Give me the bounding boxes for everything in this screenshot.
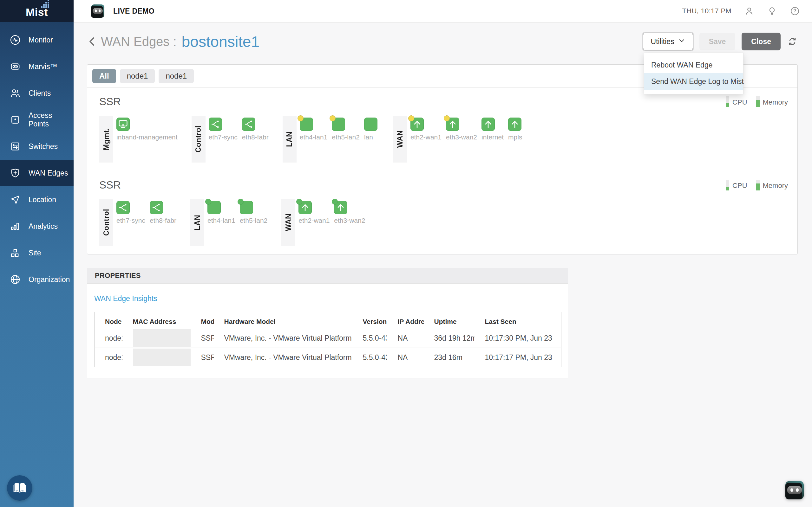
stat-memory: Memory bbox=[756, 96, 788, 107]
port-status-badge bbox=[329, 115, 336, 121]
port-eth2-wan1[interactable]: eth2-wan1 bbox=[410, 118, 442, 141]
tab-all-0[interactable]: All bbox=[92, 69, 116, 83]
marvis-robot-icon[interactable] bbox=[91, 4, 104, 18]
port-eth3-wan2[interactable]: eth3-wan2 bbox=[334, 201, 365, 224]
port-label: eth2-wan1 bbox=[299, 217, 329, 224]
port-arrow-up-icon bbox=[508, 118, 521, 131]
sidebar-item-clients[interactable]: Clients bbox=[0, 80, 73, 107]
column-header-last-seen: Last Seen bbox=[474, 312, 561, 329]
port-eth8-fabr[interactable]: eth8-fabr bbox=[150, 201, 176, 224]
sidebar-item-site[interactable]: Site bbox=[0, 239, 73, 266]
cell-version: 5.5.0-43 bbox=[352, 348, 387, 367]
port-label: internet bbox=[481, 133, 504, 141]
port-eth5-lan2[interactable]: eth5-lan2 bbox=[332, 118, 360, 141]
refresh-icon[interactable] bbox=[787, 36, 798, 47]
close-button[interactable]: Close bbox=[742, 33, 780, 50]
cell-uptime: 36d 19h 12m bbox=[424, 329, 474, 348]
port-label: eth4-lan1 bbox=[207, 217, 235, 224]
menu-item-send-wan-edge-log-to-mist[interactable]: Send WAN Edge Log to Mist bbox=[644, 73, 743, 90]
clients-people-icon bbox=[9, 88, 21, 99]
help-icon[interactable] bbox=[790, 6, 800, 16]
ports-row: Mgmt. inband-management bbox=[99, 116, 788, 163]
sidebar-item-switches[interactable]: Switches bbox=[0, 133, 73, 160]
port-group-strip: LAN bbox=[283, 116, 297, 163]
port-group-mgmt: Mgmt. inband-management bbox=[99, 116, 177, 163]
port-group-label: Control bbox=[102, 209, 111, 236]
cell-hardware-model: VMware, Inc. - VMware Virtual Platform bbox=[214, 329, 352, 348]
port-eth8-fabr[interactable]: eth8-fabr bbox=[242, 118, 269, 141]
content: WAN Edges : bostonsite1 Utilities Save C… bbox=[73, 22, 812, 378]
node-section: SSR CPU Memory Mgmt. bbox=[87, 88, 798, 171]
header-actions: Utilities Save Close bbox=[643, 33, 798, 50]
breadcrumb[interactable]: WAN Edges : bbox=[101, 35, 177, 49]
node-sections: SSR CPU Memory Mgmt. bbox=[87, 88, 798, 254]
sidebar: Mist Monitor Marvis™ Clients Access Poin… bbox=[0, 0, 73, 507]
port-eth5-lan2[interactable]: eth5-lan2 bbox=[240, 201, 268, 224]
tab-node1-2[interactable]: node1 bbox=[159, 69, 194, 83]
documentation-bubble[interactable] bbox=[7, 475, 32, 501]
sidebar-item-label: Access Points bbox=[29, 111, 73, 128]
cell-model: SSR bbox=[191, 348, 214, 367]
port-inband-management[interactable]: inband-management bbox=[116, 118, 177, 141]
table-row: node1 SSR VMware, Inc. - VMware Virtual … bbox=[95, 348, 561, 367]
ports: eth2-wan1 eth3-wan2 bbox=[299, 199, 365, 224]
cell-last-seen: 10:17:30 PM, Jun 23 bbox=[474, 329, 561, 348]
stat-label: Memory bbox=[763, 98, 788, 107]
stat-label: Memory bbox=[763, 181, 788, 190]
port-group-label: LAN bbox=[285, 131, 294, 147]
column-header-node: Node bbox=[95, 312, 122, 329]
port-mpls[interactable]: mpls bbox=[508, 118, 523, 141]
mist-logo[interactable]: Mist bbox=[26, 5, 48, 17]
port-group-strip: LAN bbox=[190, 199, 204, 246]
port-status-badge bbox=[238, 199, 244, 205]
sidebar-item-monitor[interactable]: Monitor bbox=[0, 26, 73, 53]
port-eth4-lan1[interactable]: eth4-lan1 bbox=[300, 118, 328, 141]
port-group-strip: WAN bbox=[281, 199, 295, 246]
redacted-mac bbox=[133, 349, 191, 366]
back-chevron-icon[interactable] bbox=[87, 36, 98, 47]
node-model-title: SSR bbox=[99, 179, 121, 191]
port-label: eth7-sync bbox=[116, 217, 145, 224]
cell-hardware-model: VMware, Inc. - VMware Virtual Platform bbox=[214, 348, 352, 367]
port-branch-icon bbox=[209, 118, 222, 131]
clock-label: THU, 10:17 PM bbox=[682, 7, 731, 15]
sidebar-item-marvis[interactable]: Marvis™ bbox=[0, 53, 73, 80]
sidebar-item-location[interactable]: Location bbox=[0, 186, 73, 213]
port-eth3-wan2[interactable]: eth3-wan2 bbox=[446, 118, 477, 141]
marvis-assistant-button[interactable] bbox=[785, 481, 804, 499]
port-group-strip: WAN bbox=[393, 116, 407, 163]
stat-bar bbox=[756, 180, 760, 190]
save-button[interactable]: Save bbox=[699, 33, 735, 50]
lightbulb-icon[interactable] bbox=[767, 6, 777, 16]
node-head: SSR CPU Memory bbox=[99, 95, 788, 109]
logo-band: Mist bbox=[0, 0, 73, 22]
port-status-badge bbox=[444, 115, 450, 121]
port-eth2-wan1[interactable]: eth2-wan1 bbox=[299, 201, 329, 224]
sidebar-item-analytics[interactable]: Analytics bbox=[0, 213, 73, 239]
port-group-wan: WAN eth2-wan1 bbox=[281, 199, 365, 246]
cell-ip-address: NA bbox=[387, 329, 424, 348]
sidebar-item-organization[interactable]: Organization bbox=[0, 266, 73, 293]
tab-node1-1[interactable]: node1 bbox=[120, 69, 155, 83]
utilities-button[interactable]: Utilities bbox=[643, 33, 693, 50]
sidebar-item-wan-edges[interactable]: WAN Edges bbox=[0, 160, 73, 186]
port-internet[interactable]: internet bbox=[481, 118, 504, 141]
menu-item-reboot-wan-edge[interactable]: Reboot WAN Edge bbox=[644, 57, 743, 73]
sidebar-item-label: WAN Edges bbox=[29, 169, 68, 177]
port-group-control: Control eth7-sync bbox=[192, 116, 269, 163]
user-icon[interactable] bbox=[744, 6, 754, 16]
port-eth7-sync[interactable]: eth7-sync bbox=[209, 118, 238, 141]
port-lan[interactable]: lan bbox=[364, 118, 379, 141]
wan-edge-insights-link[interactable]: WAN Edge Insights bbox=[94, 294, 157, 303]
port-group-strip: Control bbox=[99, 199, 113, 246]
ports-row: Control eth7-sync bbox=[99, 199, 788, 246]
port-branch-icon bbox=[150, 201, 163, 214]
redacted-mac bbox=[133, 329, 191, 347]
open-book-icon bbox=[12, 480, 27, 496]
port-arrow-up-icon bbox=[481, 118, 495, 131]
analytics-bars-icon bbox=[9, 221, 21, 232]
stat-bar bbox=[726, 96, 729, 107]
port-eth7-sync[interactable]: eth7-sync bbox=[116, 201, 145, 224]
port-eth4-lan1[interactable]: eth4-lan1 bbox=[207, 201, 235, 224]
sidebar-item-access-points[interactable]: Access Points bbox=[0, 107, 73, 133]
